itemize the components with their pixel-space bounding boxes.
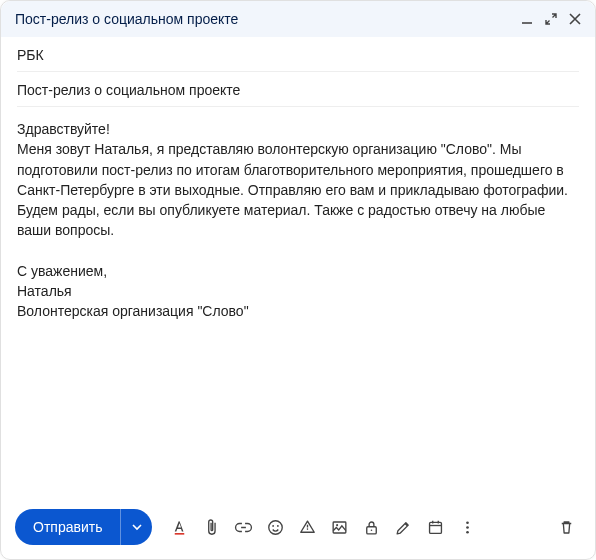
formatting-tools [164, 512, 482, 542]
svg-point-4 [277, 524, 279, 526]
body-line: Меня зовут Наталья, я представляю волонт… [17, 139, 579, 200]
close-icon[interactable] [569, 13, 581, 25]
svg-point-17 [466, 530, 469, 533]
format-text-icon[interactable] [164, 512, 194, 542]
svg-point-3 [272, 524, 274, 526]
to-field[interactable]: РБК [17, 37, 579, 72]
compose-title: Пост-релиз о социальном проекте [15, 11, 521, 27]
svg-rect-11 [429, 522, 441, 533]
svg-rect-1 [175, 533, 185, 535]
image-icon[interactable] [324, 512, 354, 542]
link-icon[interactable] [228, 512, 258, 542]
body-greeting: Здравствуйте! [17, 119, 579, 139]
calendar-icon[interactable] [420, 512, 450, 542]
send-button[interactable]: Отправить [15, 509, 120, 545]
svg-point-8 [336, 524, 338, 526]
signature-line: Волонтерская организация "Слово" [17, 301, 579, 321]
drive-icon[interactable] [292, 512, 322, 542]
trash-icon[interactable] [551, 512, 581, 542]
svg-point-16 [466, 526, 469, 529]
signature-line: С уважением, [17, 261, 579, 281]
signature-line: Наталья [17, 281, 579, 301]
attachment-icon[interactable] [196, 512, 226, 542]
more-icon[interactable] [452, 512, 482, 542]
body-line: Будем рады, если вы опубликуете материал… [17, 200, 579, 241]
message-body[interactable]: Здравствуйте! Меня зовут Наталья, я пред… [1, 107, 595, 497]
window-controls [521, 13, 581, 25]
compose-toolbar: Отправить [1, 497, 595, 559]
lock-clock-icon[interactable] [356, 512, 386, 542]
pen-icon[interactable] [388, 512, 418, 542]
compose-window: Пост-релиз о социальном проекте РБК Пост… [0, 0, 596, 560]
send-button-group: Отправить [15, 509, 152, 545]
compose-header: Пост-релиз о социальном проекте [1, 1, 595, 37]
svg-point-5 [307, 528, 309, 530]
minimize-icon[interactable] [521, 13, 533, 25]
svg-point-10 [371, 529, 373, 531]
compose-fields: РБК Пост-релиз о социальном проекте [1, 37, 595, 107]
emoji-icon[interactable] [260, 512, 290, 542]
subject-field[interactable]: Пост-релиз о социальном проекте [17, 72, 579, 107]
svg-point-15 [466, 521, 469, 524]
send-options-button[interactable] [120, 509, 152, 545]
expand-icon[interactable] [545, 13, 557, 25]
svg-point-2 [269, 520, 282, 533]
